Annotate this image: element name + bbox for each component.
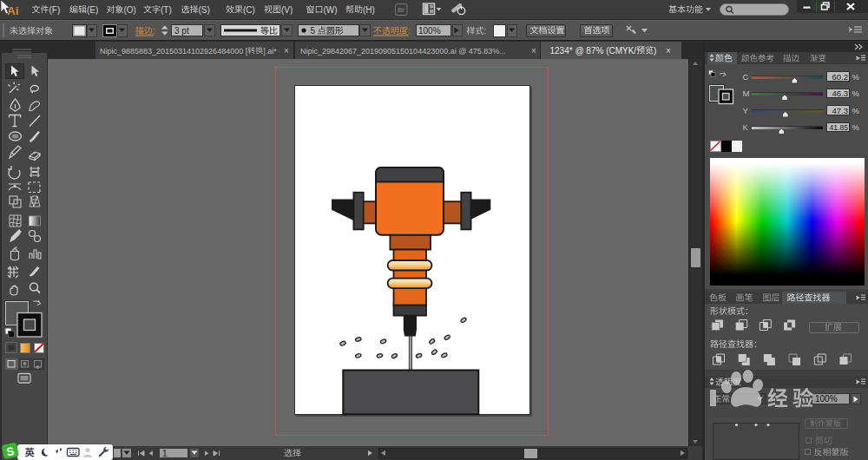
svg-text:Br: Br bbox=[398, 6, 404, 14]
svg-text:(O): (O) bbox=[124, 5, 136, 15]
svg-text::: : bbox=[153, 26, 155, 36]
svg-text:(T): (T) bbox=[161, 5, 172, 15]
svg-text:(E): (E) bbox=[87, 5, 98, 15]
svg-text:×: × bbox=[666, 46, 671, 56]
svg-text:(C): (C) bbox=[243, 5, 255, 15]
svg-text:%: % bbox=[852, 122, 860, 132]
svg-text:46.3: 46.3 bbox=[832, 89, 849, 98]
svg-text:): ) bbox=[654, 46, 656, 56]
svg-text:60.2: 60.2 bbox=[832, 72, 849, 82]
svg-text::: : bbox=[484, 26, 487, 36]
svg-text:(W): (W) bbox=[324, 5, 338, 15]
svg-text:%: % bbox=[852, 89, 860, 98]
svg-text:Nipic_9885883_2015031410292648: Nipic_9885883_20150314102926484000 [ bbox=[100, 47, 248, 56]
svg-text:(S): (S) bbox=[199, 5, 210, 15]
svg-text:1234* @ 87% (CMYK/: 1234* @ 87% (CMYK/ bbox=[550, 46, 637, 56]
svg-text::: : bbox=[408, 26, 411, 36]
svg-text:3 pt: 3 pt bbox=[174, 26, 189, 36]
svg-text:41.85: 41.85 bbox=[829, 123, 848, 132]
svg-text:100%: 100% bbox=[418, 26, 441, 36]
svg-text:Nipic_29842067_201909051501044: Nipic_29842067_20190905150104423000.ai @… bbox=[300, 47, 506, 56]
svg-text:1: 1 bbox=[162, 449, 168, 458]
svg-text:%: % bbox=[852, 72, 860, 82]
svg-text:×: × bbox=[531, 46, 536, 56]
svg-text:C: C bbox=[743, 72, 749, 82]
svg-text:(H): (H) bbox=[363, 5, 375, 15]
svg-text:100%: 100% bbox=[815, 394, 838, 404]
svg-text:×: × bbox=[284, 46, 289, 56]
svg-text:K: K bbox=[743, 122, 749, 132]
svg-text:%: % bbox=[852, 106, 860, 115]
svg-text:M: M bbox=[743, 89, 750, 98]
svg-text:5: 5 bbox=[311, 26, 316, 36]
svg-text:(F): (F) bbox=[49, 5, 61, 15]
svg-text:(V): (V) bbox=[281, 5, 293, 15]
svg-text:].ai* @ 2...: ].ai* @ 2... bbox=[263, 47, 299, 56]
svg-text:Y: Y bbox=[743, 106, 749, 115]
svg-text:Ai: Ai bbox=[7, 4, 19, 17]
svg-text:47.3: 47.3 bbox=[832, 106, 849, 115]
